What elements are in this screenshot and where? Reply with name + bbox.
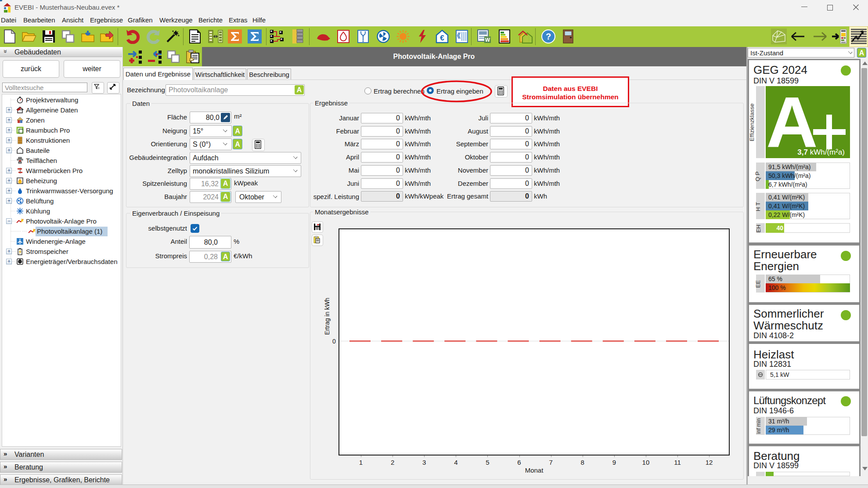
svg-text:€: € (440, 34, 444, 42)
svg-text:W: W (485, 37, 490, 43)
svg-text:?: ? (546, 32, 551, 41)
